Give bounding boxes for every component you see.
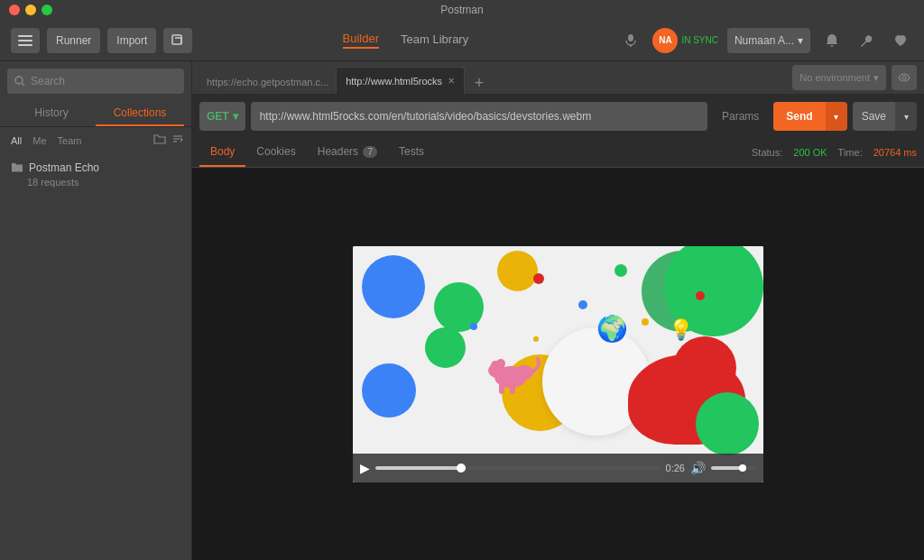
save-dropdown-button[interactable]: ▾ (895, 102, 917, 131)
status-label: Status: (752, 147, 782, 158)
send-button[interactable]: Send (773, 102, 825, 131)
bell-icon[interactable] (819, 28, 845, 53)
sidebar-filter: All Me Team (0, 127, 191, 153)
env-chevron-icon: ▾ (873, 72, 879, 84)
inactive-request-tab[interactable]: https://echo.getpostman.c... (199, 70, 336, 94)
time-label: Time: (838, 147, 863, 158)
wrench-icon[interactable] (854, 28, 879, 53)
filter-team[interactable]: Team (54, 133, 86, 148)
progress-fill (375, 466, 461, 470)
filter-all[interactable]: All (7, 133, 25, 148)
progress-bar[interactable] (375, 466, 661, 470)
maximize-button[interactable] (42, 5, 52, 15)
microphone-icon[interactable] (618, 28, 643, 53)
import-button[interactable]: Import (107, 28, 156, 53)
search-placeholder: Search (31, 75, 65, 87)
svg-point-4 (628, 34, 633, 41)
user-name: Numaan A... (735, 34, 794, 47)
environment-label: No environment (799, 72, 870, 83)
response-body: 🌍 💡 ▶ 0:26 🔊 (192, 168, 924, 560)
active-request-tab[interactable]: http://www.html5rocks ✕ (336, 67, 465, 94)
nav-left: Runner Import (11, 28, 192, 53)
sidebar-toggle-button[interactable] (11, 28, 40, 53)
method-select[interactable]: GET ▾ (199, 102, 245, 131)
url-input[interactable] (251, 102, 707, 131)
user-menu[interactable]: Numaan A... ▾ (727, 28, 810, 53)
svg-rect-0 (18, 35, 32, 37)
tab-history[interactable]: History (7, 101, 96, 126)
new-window-button[interactable] (163, 28, 192, 53)
nav-right: NA IN SYNC Numaan A... ▾ (618, 28, 913, 53)
status-value: 200 OK (793, 147, 827, 158)
user-chevron-icon: ▾ (798, 34, 803, 47)
nav-center: Builder Team Library (192, 32, 618, 49)
sync-badge: NA IN SYNC (652, 28, 718, 53)
request-bar: GET ▾ Params Send ▾ Save ▾ (192, 95, 924, 138)
volume-handle (739, 464, 746, 472)
heart-icon[interactable] (888, 28, 913, 53)
cat-figure (479, 345, 551, 399)
main-layout: Search History Collections All Me Team (0, 61, 924, 560)
runner-button[interactable]: Runner (47, 28, 100, 53)
nav-bar: Runner Import Builder Team Library NA IN… (0, 20, 924, 61)
window-title: Postman (440, 4, 483, 16)
params-button[interactable]: Params (713, 102, 768, 131)
filter-icons (153, 133, 184, 148)
sort-icon[interactable] (171, 133, 184, 148)
svg-rect-18 (510, 383, 515, 394)
save-button-group: Save ▾ (853, 102, 917, 131)
environment-eye-button[interactable] (892, 65, 917, 90)
svg-point-6 (15, 77, 23, 84)
tab-collections[interactable]: Collections (96, 101, 184, 126)
svg-point-16 (496, 359, 505, 368)
time-display: 0:26 (666, 463, 685, 473)
add-folder-icon[interactable] (153, 133, 166, 148)
user-avatar: NA (652, 28, 678, 53)
time-value: 20764 ms (873, 147, 917, 158)
save-button[interactable]: Save (853, 102, 895, 131)
tab-tests[interactable]: Tests (388, 138, 435, 167)
sync-status: IN SYNC (681, 35, 718, 45)
volume-bar[interactable] (711, 466, 756, 470)
minimize-button[interactable] (25, 5, 36, 15)
close-button[interactable] (9, 5, 20, 15)
lightbulb-icon: 💡 (669, 318, 693, 342)
filter-me[interactable]: Me (29, 133, 50, 148)
sidebar-tabs: History Collections (0, 101, 191, 127)
video-content: 🌍 💡 (353, 246, 763, 482)
collection-subtitle: 18 requests (27, 177, 180, 188)
headers-count-badge: 7 (363, 146, 377, 158)
volume-icon[interactable]: 🔊 (690, 461, 706, 475)
content-area: https://echo.getpostman.c... http://www.… (192, 61, 924, 560)
tab-body[interactable]: Body (199, 138, 245, 167)
collection-name: Postman Echo (11, 161, 180, 175)
add-tab-button[interactable]: + (468, 72, 490, 94)
video-player[interactable]: 🌍 💡 ▶ 0:26 🔊 (353, 246, 763, 482)
tab-bar: https://echo.getpostman.c... http://www.… (192, 61, 785, 94)
globe-icon: 🌍 (596, 314, 628, 344)
tab-headers[interactable]: Headers 7 (307, 138, 388, 167)
send-dropdown-button[interactable]: ▾ (826, 102, 847, 131)
svg-rect-1 (18, 40, 32, 41)
traffic-lights (9, 5, 52, 15)
search-bar[interactable]: Search (7, 69, 184, 94)
collection-item-postman-echo[interactable]: Postman Echo 18 requests (0, 153, 191, 195)
method-label: GET (207, 110, 229, 123)
volume-fill (711, 466, 743, 470)
svg-point-11 (902, 76, 906, 79)
svg-rect-2 (18, 44, 32, 46)
send-button-group: Send ▾ (773, 102, 846, 131)
title-bar: Postman (0, 0, 924, 20)
tab-builder[interactable]: Builder (343, 32, 379, 49)
environment-select[interactable]: No environment ▾ (792, 65, 886, 90)
tab-team-library[interactable]: Team Library (401, 32, 468, 48)
progress-handle (457, 464, 466, 473)
play-button[interactable]: ▶ (360, 461, 370, 475)
tab-close-icon[interactable]: ✕ (448, 76, 455, 86)
svg-line-7 (23, 84, 25, 87)
environment-area: No environment ▾ (785, 65, 924, 90)
video-controls: ▶ 0:26 🔊 (353, 454, 763, 482)
sidebar: Search History Collections All Me Team (0, 61, 192, 560)
method-chevron-icon: ▾ (233, 110, 238, 123)
tab-cookies[interactable]: Cookies (245, 138, 306, 167)
